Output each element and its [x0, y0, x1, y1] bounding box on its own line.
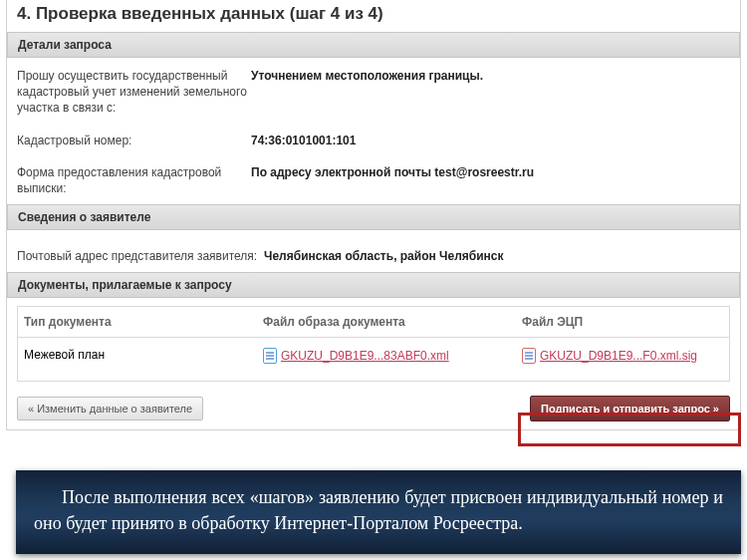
col-file: Файл образа документа — [263, 315, 522, 329]
docs-table-head: Тип документа Файл образа документа Файл… — [18, 307, 729, 338]
file-link-xml[interactable]: GKUZU_D9B1E9...83ABF0.xml — [263, 348, 449, 364]
file-link-xml-label: GKUZU_D9B1E9...83ABF0.xml — [281, 349, 449, 363]
docs-table: Тип документа Файл образа документа Файл… — [17, 306, 730, 382]
section-header-applicant: Сведения о заявителе — [7, 204, 740, 230]
row-form: Форма предоставления кадастровой выписки… — [7, 156, 740, 204]
submit-button[interactable]: Подписать и отправить запрос » — [530, 396, 730, 421]
form-panel: 4. Проверка введенных данных (шаг 4 из 4… — [6, 0, 741, 430]
file-link-sig[interactable]: GKUZU_D9B1E9...F0.xml.sig — [522, 348, 697, 364]
back-button[interactable]: « Изменить данные о заявителе — [17, 397, 203, 420]
col-type: Тип документа — [24, 315, 263, 329]
file-link-sig-label: GKUZU_D9B1E9...F0.xml.sig — [540, 349, 697, 363]
caption-text: После выполнения всех «шагов» заявлению … — [34, 487, 723, 533]
value-reason: Уточнением местоположения границы. — [251, 68, 730, 117]
button-row: « Изменить данные о заявителе Подписать … — [7, 392, 740, 423]
label-reason: Прошу осуществить государственный кадаст… — [17, 68, 251, 117]
label-cadnum: Кадастровый номер: — [17, 133, 251, 148]
document-icon — [263, 348, 277, 364]
label-postal: Почтовый адрес представителя заявителя: — [17, 248, 264, 264]
cell-type: Межевой план — [24, 348, 263, 367]
row-reason: Прошу осуществить государственный кадаст… — [7, 60, 740, 125]
label-form: Форма предоставления кадастровой выписки… — [17, 164, 251, 196]
page-title: 4. Проверка введенных данных (шаг 4 из 4… — [7, 0, 740, 32]
value-cadnum: 74:36:0101001:101 — [251, 133, 730, 148]
section-header-docs: Документы, прилагаемые к запросу — [7, 272, 740, 298]
value-form: По адресу электронной почты test@rosrees… — [251, 164, 730, 196]
section-header-details: Детали запроса — [7, 32, 740, 58]
row-cadnum: Кадастровый номер: 74:36:0101001:101 — [7, 125, 740, 156]
col-sig: Файл ЭЦП — [522, 315, 723, 329]
table-row: Межевой план GKUZU_D9B1E9...83ABF0.xml G… — [18, 338, 729, 381]
caption-band: После выполнения всех «шагов» заявлению … — [16, 470, 741, 554]
document-icon — [522, 348, 536, 364]
row-postal: Почтовый адрес представителя заявителя: … — [7, 232, 740, 272]
value-postal: Челябинская область, район Челябинск — [264, 248, 730, 264]
